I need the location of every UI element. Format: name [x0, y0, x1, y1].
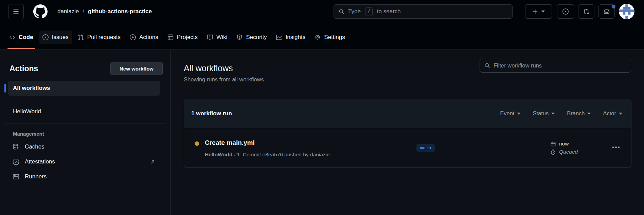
stopwatch-icon — [550, 149, 556, 155]
sidebar-item-caches[interactable]: Caches — [8, 139, 160, 154]
page-subtitle: Showing runs from all workflows — [184, 76, 631, 83]
sidebar-item-label: Caches — [25, 143, 44, 150]
git-pull-request-icon — [78, 34, 84, 40]
gear-icon — [315, 34, 321, 40]
chevron-down-icon — [551, 113, 555, 115]
breadcrumb-owner[interactable]: daniazie — [57, 8, 79, 15]
shield-icon — [236, 34, 243, 40]
run-status: Queued — [559, 149, 578, 155]
breadcrumb-separator: / — [83, 8, 84, 15]
slash-key-hint: / — [365, 7, 373, 16]
app-header: daniazie / github-actions-practice Type … — [0, 0, 644, 23]
sidebar-divider — [4, 100, 166, 100]
workflow-run-count: 1 workflow run — [191, 110, 232, 117]
chevron-down-icon — [587, 113, 591, 115]
sidebar-item-attestations[interactable]: Attestations — [8, 154, 160, 169]
sidebar-item-all-workflows[interactable]: All workflows — [8, 81, 160, 96]
tab-label: Settings — [324, 34, 345, 41]
queued-status-dot-icon — [195, 141, 199, 146]
book-icon — [207, 34, 213, 40]
tab-label: Wiki — [216, 34, 227, 41]
avatar[interactable] — [619, 4, 634, 19]
server-icon — [13, 173, 19, 180]
tab-insights[interactable]: Insights — [272, 31, 309, 44]
tab-issues[interactable]: Issues — [39, 31, 72, 44]
repo-nav-tabs: Code Issues Pull requests Actions Projec… — [0, 23, 644, 50]
branch-filter-dropdown[interactable]: Branch — [567, 110, 591, 117]
sidebar-divider — [4, 123, 166, 123]
graph-icon — [276, 34, 282, 40]
search-placeholder-prefix: Type — [348, 8, 361, 15]
external-link-arrow-icon — [150, 159, 156, 165]
tab-actions[interactable]: Actions — [126, 31, 162, 44]
filter-workflow-runs-input[interactable] — [494, 62, 626, 69]
hamburger-menu-button[interactable] — [8, 4, 24, 19]
sidebar-item-helloworld[interactable]: HelloWorld — [8, 104, 160, 119]
global-pull-requests-button[interactable] — [578, 4, 594, 19]
filter-label: Branch — [567, 110, 585, 117]
cache-database-icon — [13, 143, 19, 150]
run-workflow-name: HelloWorld — [205, 152, 233, 157]
global-issues-button[interactable] — [557, 4, 574, 19]
status-filter-dropdown[interactable]: Status — [533, 110, 555, 117]
sidebar-item-label: Attestations — [25, 158, 55, 165]
breadcrumb: daniazie / github-actions-practice — [57, 0, 152, 23]
header-divider — [519, 7, 519, 16]
hamburger-icon — [13, 8, 19, 15]
management-section-label: Management — [13, 131, 171, 137]
filter-label: Event — [500, 110, 514, 117]
filter-workflow-runs-box — [480, 59, 631, 73]
tab-label: Projects — [177, 34, 198, 41]
new-workflow-button[interactable]: New workflow — [110, 62, 163, 75]
issue-opened-icon — [562, 8, 569, 15]
tab-projects[interactable]: Projects — [164, 31, 201, 44]
create-new-button[interactable] — [525, 4, 552, 19]
code-icon — [9, 34, 15, 40]
workflow-run-row: Create main.yml HelloWorld #1: Commit e8… — [184, 128, 631, 168]
tab-security[interactable]: Security — [233, 31, 270, 44]
sidebar-item-runners[interactable]: Runners — [8, 169, 160, 184]
tab-label: Code — [19, 34, 33, 41]
sidebar-item-label: Runners — [25, 173, 47, 180]
filter-label: Status — [533, 110, 549, 117]
tab-label: Pull requests — [87, 34, 121, 41]
breadcrumb-repo[interactable]: github-actions-practice — [88, 8, 152, 15]
workflow-runs-header: 1 workflow run Event Status Branch Actor — [184, 99, 631, 128]
git-pull-request-icon — [583, 8, 589, 15]
table-icon — [167, 34, 174, 40]
run-times: now Queued — [550, 141, 578, 155]
tab-code[interactable]: Code — [5, 31, 37, 44]
tab-label: Actions — [139, 34, 158, 41]
github-logo-icon[interactable] — [33, 4, 48, 19]
run-commit-link[interactable]: e8ea576 — [262, 152, 283, 157]
search-icon — [339, 9, 344, 15]
tab-wiki[interactable]: Wiki — [203, 31, 231, 44]
run-meta: HelloWorld #1: Commit e8ea576 pushed by … — [205, 152, 330, 158]
tab-settings[interactable]: Settings — [311, 31, 348, 44]
actor-filter-dropdown[interactable]: Actor — [603, 110, 622, 117]
run-desc-prefix: #1: Commit — [234, 152, 261, 157]
tab-pull-requests[interactable]: Pull requests — [74, 31, 124, 44]
workflow-runs-panel: 1 workflow run Event Status Branch Actor — [184, 99, 631, 168]
play-icon — [130, 34, 136, 40]
search-placeholder-suffix: to search — [377, 8, 401, 15]
sidebar-title: Actions — [10, 64, 38, 73]
inbox-icon — [604, 8, 610, 15]
run-title-link[interactable]: Create main.yml — [205, 139, 255, 146]
issue-opened-icon — [42, 34, 49, 40]
tab-label: Security — [246, 34, 267, 41]
chevron-down-icon — [517, 113, 520, 115]
verified-badge-icon — [13, 158, 19, 165]
main-content: All workflows Showing runs from all work… — [171, 50, 644, 215]
search-icon — [484, 63, 490, 69]
filter-label: Actor — [603, 110, 616, 117]
tab-label: Insights — [286, 34, 306, 41]
tab-label: Issues — [52, 34, 69, 41]
run-options-kebab-button[interactable] — [610, 144, 622, 150]
global-search-input[interactable]: Type / to search — [334, 4, 513, 19]
run-time: now — [559, 141, 569, 147]
notification-dot — [612, 5, 615, 8]
event-filter-dropdown[interactable]: Event — [500, 110, 520, 117]
run-desc-suffix: pushed by daniazie — [284, 152, 330, 157]
branch-chip[interactable]: main — [416, 144, 435, 152]
